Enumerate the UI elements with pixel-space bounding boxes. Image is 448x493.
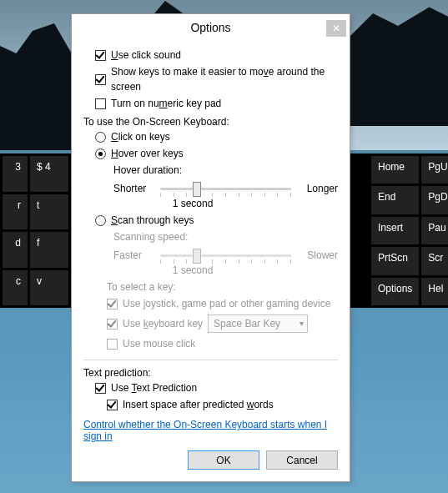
slider-thumb <box>193 249 201 264</box>
hover-over-keys-radio[interactable]: Hover over keys <box>95 146 338 161</box>
osk-key[interactable]: v <box>30 270 68 306</box>
click-on-keys-label: Click on keys <box>111 129 170 144</box>
startup-link[interactable]: Control whether the On-Screen Keyboard s… <box>83 419 338 442</box>
scanning-speed-slider: Faster Slower <box>113 246 338 264</box>
cancel-button[interactable]: Cancel <box>266 450 338 470</box>
radio-icon <box>95 215 106 226</box>
hover-duration-slider[interactable]: Shorter Longer <box>113 179 338 198</box>
checkbox-icon <box>95 74 106 85</box>
divider <box>83 360 338 360</box>
select-key-label: To select a key: <box>107 279 338 294</box>
osk-key[interactable]: PrtScn <box>371 247 419 274</box>
osk-key[interactable]: Insert <box>371 217 419 244</box>
radio-icon <box>95 148 106 159</box>
checkbox-icon <box>107 319 118 330</box>
osk-key[interactable]: Scr <box>421 247 448 274</box>
osk-key[interactable]: Home <box>371 156 419 184</box>
slider-thumb[interactable] <box>193 182 201 197</box>
use-joystick-label: Use joystick, game pad or other gaming d… <box>123 296 330 311</box>
slider-track[interactable] <box>160 179 291 198</box>
scanning-speed-label: Scanning speed: <box>113 229 338 244</box>
insert-space-label: Insert space after predicted words <box>123 397 274 412</box>
osk-key[interactable]: 3 <box>3 156 28 192</box>
click-on-keys-radio[interactable]: Click on keys <box>95 129 338 144</box>
ok-button[interactable]: OK <box>188 450 259 470</box>
osk-key[interactable]: Hel <box>421 278 448 305</box>
keyboard-key-select: Space Bar Key ▾ <box>208 314 308 333</box>
use-text-prediction-row[interactable]: Use Text Prediction <box>95 380 338 395</box>
use-text-prediction-label: Use Text Prediction <box>111 380 197 395</box>
show-keys-row[interactable]: Show keys to make it easier to move arou… <box>95 64 338 94</box>
checkbox-icon <box>107 339 118 350</box>
use-click-sound-row[interactable]: Use click sound <box>95 48 338 63</box>
osk-key[interactable]: Options <box>371 278 419 305</box>
scan-through-keys-label: Scan through keys <box>111 213 194 228</box>
scan-through-keys-radio[interactable]: Scan through keys <box>95 213 338 228</box>
osk-key[interactable]: c <box>3 270 28 306</box>
use-keyboard-key-label: Use keyboard key <box>123 316 203 331</box>
numeric-keypad-row[interactable]: Turn on numeric key pad <box>95 96 338 111</box>
osk-key[interactable]: PgU <box>421 156 448 184</box>
insert-space-row[interactable]: Insert space after predicted words <box>107 397 338 412</box>
slider-min-label: Shorter <box>113 183 157 194</box>
chevron-down-icon: ▾ <box>300 316 304 331</box>
slider-max-label: Slower <box>294 249 338 261</box>
osk-key[interactable]: f <box>30 232 68 268</box>
slider-track <box>160 246 291 264</box>
scanning-speed-value: 1 second <box>113 264 272 276</box>
checkbox-icon <box>95 383 106 394</box>
use-joystick-row: Use joystick, game pad or other gaming d… <box>107 296 338 311</box>
osk-key[interactable]: r <box>3 194 28 230</box>
numeric-keypad-label: Turn on numeric key pad <box>111 96 221 111</box>
hover-duration-label: Hover duration: <box>113 163 338 178</box>
checkbox-icon <box>107 299 118 309</box>
osk-key[interactable]: PgD <box>421 186 448 214</box>
use-mouse-click-row: Use mouse click <box>107 336 338 351</box>
dialog-title: Options <box>72 21 350 34</box>
hover-over-keys-label: Hover over keys <box>111 146 184 161</box>
checkbox-icon <box>107 400 118 410</box>
onscreen-keyboard-label: To use the On-Screen Keyboard: <box>83 116 338 128</box>
use-mouse-click-label: Use mouse click <box>123 336 195 351</box>
text-prediction-label: Text prediction: <box>83 367 338 379</box>
options-dialog: Options ✕ Use click sound Show keys to m… <box>71 13 350 482</box>
osk-key[interactable]: $ 4 <box>30 156 68 192</box>
osk-key[interactable]: d <box>3 232 28 268</box>
use-keyboard-key-row: Use keyboard key Space Bar Key ▾ <box>107 314 338 333</box>
slider-min-label: Faster <box>113 249 157 261</box>
osk-key[interactable]: End <box>371 186 419 214</box>
slider-max-label: Longer <box>294 183 338 194</box>
titlebar: Options ✕ <box>72 14 350 41</box>
hover-duration-value: 1 second <box>113 198 272 209</box>
osk-key[interactable]: t <box>30 194 68 230</box>
osk-key[interactable]: Pau <box>421 217 448 244</box>
show-keys-label: Show keys to make it easier to move arou… <box>111 64 338 94</box>
use-click-sound-label: Use click sound <box>111 48 181 63</box>
keyboard-key-value: Space Bar Key <box>214 316 280 331</box>
radio-icon <box>95 132 106 143</box>
checkbox-icon <box>95 98 106 109</box>
checkbox-icon <box>95 50 106 61</box>
